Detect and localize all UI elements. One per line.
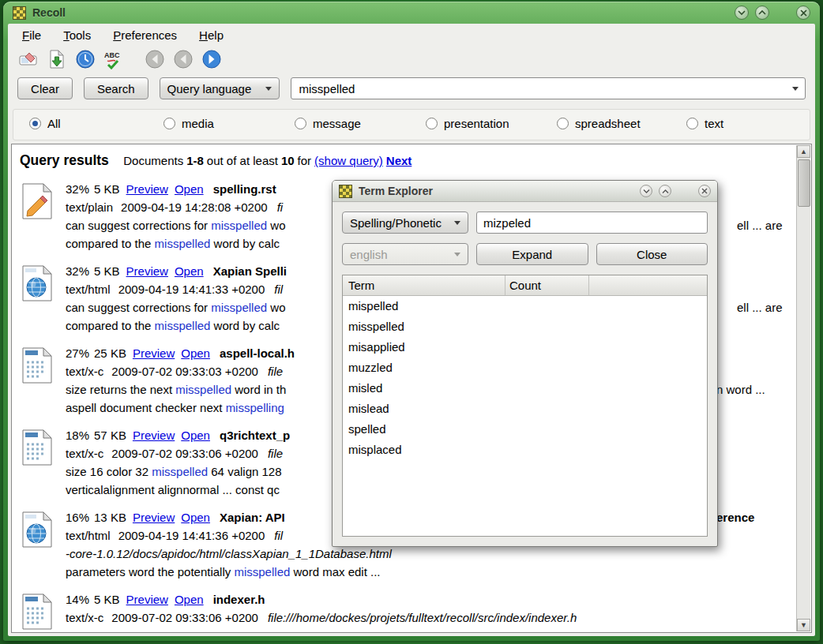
open-link[interactable]: Open — [181, 429, 210, 442]
table-row[interactable]: misapplied — [343, 337, 707, 358]
show-query-link[interactable]: (show query) — [314, 154, 383, 167]
source-document-icon — [18, 426, 66, 499]
preview-link[interactable]: Preview — [133, 511, 175, 524]
open-link[interactable]: Open — [175, 264, 204, 278]
text-document-icon — [18, 180, 66, 253]
html-document-icon — [18, 508, 66, 581]
source-document-icon — [18, 590, 66, 632]
term-explorer-titlebar[interactable]: Term Explorer — [333, 181, 717, 202]
chevron-down-icon — [265, 87, 272, 91]
preview-link[interactable]: Preview — [133, 346, 175, 360]
maximize-button[interactable] — [659, 185, 671, 197]
run-query-icon[interactable] — [46, 48, 68, 70]
filter-spreadsheet[interactable]: spreadsheet — [557, 117, 641, 130]
open-link[interactable]: Open — [181, 511, 210, 524]
titlebar[interactable]: Recoll — [3, 2, 820, 24]
language-combo: english — [342, 243, 468, 265]
close-button[interactable] — [796, 6, 810, 20]
close-icon — [701, 188, 708, 194]
radio-icon — [426, 118, 438, 129]
toolbar: ABC — [8, 46, 815, 73]
preview-link[interactable]: Preview — [126, 182, 168, 196]
filter-all[interactable]: All — [29, 117, 61, 130]
next-page-link[interactable]: Next — [386, 154, 412, 167]
close-dialog-button[interactable]: Close — [596, 243, 708, 265]
snippet-fragment: ell ... are — [737, 216, 783, 234]
filter-text[interactable]: text — [686, 117, 723, 130]
preview-link[interactable]: Preview — [126, 593, 168, 606]
term-explorer-icon[interactable]: ABC — [103, 48, 125, 70]
chevron-down-icon — [643, 189, 650, 194]
svg-text:ABC: ABC — [104, 51, 120, 59]
table-row[interactable]: muzzled — [343, 358, 707, 378]
scroll-down-icon[interactable]: ▼ — [797, 619, 810, 631]
preview-link[interactable]: Preview — [126, 264, 168, 278]
results-heading: Query results — [20, 152, 109, 168]
scroll-up-icon[interactable]: ▲ — [797, 145, 810, 158]
shade-button[interactable] — [735, 6, 749, 20]
search-entry-combo[interactable] — [291, 77, 806, 99]
open-link[interactable]: Open — [181, 346, 210, 360]
prev-page-icon[interactable] — [172, 48, 194, 70]
result-title: Xapian: API — [220, 511, 285, 524]
term-explorer-title: Term Explorer — [359, 185, 433, 197]
close-button[interactable] — [698, 185, 711, 197]
close-icon — [800, 9, 807, 17]
result-title: spelling.rst — [213, 182, 276, 196]
radio-icon — [163, 118, 175, 129]
query-language-combo[interactable]: Query language — [160, 77, 280, 99]
clear-button[interactable]: Clear — [17, 77, 73, 99]
scroll-thumb[interactable] — [798, 159, 810, 207]
chevron-down-icon[interactable] — [792, 87, 799, 91]
first-page-icon[interactable] — [144, 48, 166, 70]
source-document-icon — [18, 344, 66, 417]
next-page-icon[interactable] — [201, 48, 223, 70]
filter-presentation[interactable]: presentation — [426, 117, 509, 130]
shade-button[interactable] — [640, 185, 652, 197]
clear-search-icon[interactable] — [17, 48, 39, 70]
recoll-app-icon — [13, 6, 26, 20]
result-title: indexer.h — [213, 593, 265, 606]
chevron-up-icon — [662, 189, 669, 194]
menu-tools[interactable]: Tools — [58, 27, 96, 43]
window-title: Recoll — [32, 6, 66, 19]
menu-preferences[interactable]: Preferences — [108, 27, 182, 43]
table-row[interactable]: mispelled — [343, 296, 707, 316]
results-scrollbar[interactable]: ▲ ▼ — [796, 145, 810, 631]
menu-file[interactable]: File — [17, 27, 46, 43]
table-row[interactable]: mislead — [343, 399, 707, 419]
result-title: q3richtext_p — [220, 429, 290, 442]
filter-media[interactable]: media — [163, 117, 214, 130]
open-link[interactable]: Open — [175, 182, 204, 196]
result-title: Xapian Spelli — [213, 264, 287, 278]
table-row[interactable]: misled — [343, 378, 707, 399]
count-column-header[interactable]: Count — [505, 275, 589, 295]
search-row: Clear Search Query language — [8, 73, 815, 104]
expand-button[interactable]: Expand — [476, 243, 588, 265]
table-row[interactable]: misplaced — [343, 440, 707, 460]
term-table: Term Count mispelled misspelled misappli… — [342, 275, 708, 537]
radio-icon — [295, 118, 306, 129]
chevron-down-icon — [454, 221, 460, 225]
term-input[interactable] — [476, 212, 708, 234]
menu-help[interactable]: Help — [194, 27, 228, 43]
chevron-up-icon — [758, 9, 766, 16]
table-row[interactable]: misspelled — [343, 316, 707, 337]
snippet-fragment: n word ... — [716, 380, 765, 399]
filter-message[interactable]: message — [295, 117, 361, 130]
html-document-icon — [18, 262, 66, 335]
open-link[interactable]: Open — [175, 593, 204, 606]
search-button[interactable]: Search — [84, 77, 148, 99]
maximize-button[interactable] — [755, 6, 769, 20]
preview-link[interactable]: Preview — [133, 429, 175, 442]
search-input[interactable] — [298, 81, 792, 96]
term-column-header[interactable]: Term — [343, 275, 505, 295]
term-table-header: Term Count — [343, 275, 707, 296]
title-fragment: erence — [716, 508, 754, 526]
table-row[interactable]: spelled — [343, 419, 707, 440]
expand-mode-combo[interactable]: Spelling/Phonetic — [342, 212, 468, 234]
chevron-down-icon — [454, 253, 460, 256]
radio-icon — [686, 118, 698, 129]
history-icon[interactable] — [74, 48, 96, 70]
radio-icon — [29, 118, 41, 129]
